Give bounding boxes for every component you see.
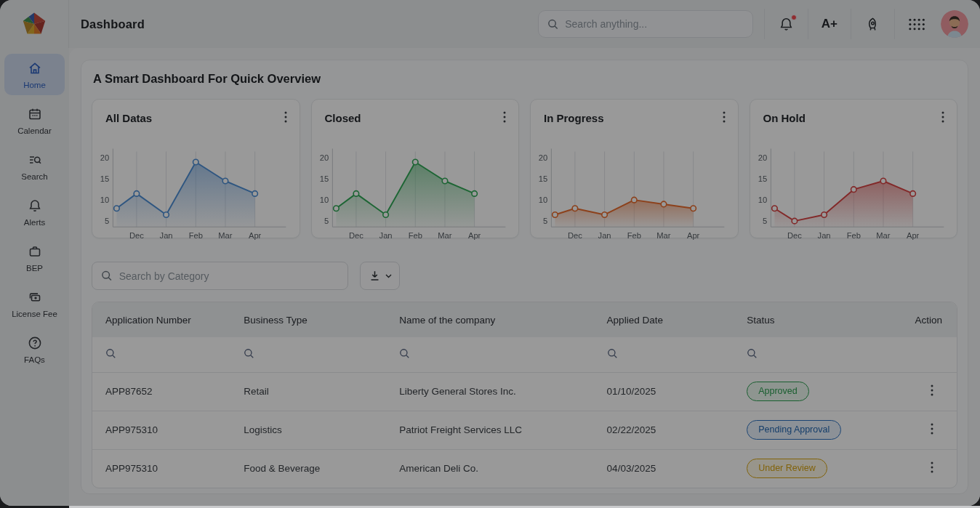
category-search[interactable] [92, 262, 348, 290]
filter-bar [92, 262, 957, 290]
user-avatar[interactable] [941, 10, 968, 38]
divider [851, 9, 851, 39]
svg-text:Feb: Feb [627, 231, 641, 240]
cell-company: Patriot Freight Services LLC [386, 411, 593, 449]
svg-text:Feb: Feb [189, 231, 203, 240]
kebab-icon [503, 111, 506, 123]
avatar-photo [941, 10, 968, 38]
app-logo[interactable] [0, 0, 69, 48]
column-header-action: Action [901, 302, 957, 337]
pentagon-logo-icon [20, 10, 48, 38]
svg-text:10: 10 [100, 195, 109, 204]
search-icon [101, 270, 113, 282]
line-chart-on-hold: DecJanFebMarApr2015105 [750, 127, 957, 242]
table-row: APP87652 Retail Liberty General Stores I… [92, 372, 957, 411]
header-toolbar: A+ [538, 9, 980, 39]
divider [894, 9, 895, 39]
rocket-icon [864, 16, 881, 33]
card-menu-button[interactable] [938, 109, 948, 127]
sidebar-item-license-fee[interactable]: License Fee [4, 283, 65, 324]
line-chart-closed: DecJanFebMarApr2015105 [312, 127, 519, 242]
chart-card-title: In Progress [544, 112, 604, 124]
global-search[interactable] [538, 10, 753, 38]
svg-text:Apr: Apr [249, 231, 262, 240]
svg-text:Feb: Feb [408, 231, 422, 240]
sidebar-item-label: FAQs [24, 355, 45, 364]
svg-text:Jan: Jan [379, 231, 392, 240]
sidebar-item-home[interactable]: Home [4, 54, 65, 95]
column-header-status[interactable]: Status [734, 302, 900, 337]
sidebar-item-label: License Fee [12, 310, 57, 318]
cell-business-type: Food & Beverage [230, 449, 386, 488]
column-header-application-number[interactable]: Application Number [92, 302, 230, 337]
app-window: Dashboard A+ [0, 0, 980, 506]
column-header-company-name[interactable]: Name of the company [386, 302, 593, 337]
table-row: APP975310 Logistics Patriot Freight Serv… [92, 411, 957, 449]
banknote-icon [27, 289, 43, 305]
apps-grid-button[interactable] [906, 15, 928, 33]
line-chart-all-datas: DecJanFebMarApr2015105 [92, 127, 300, 242]
kebab-icon [931, 461, 933, 473]
card-menu-button[interactable] [719, 109, 729, 127]
row-actions-button[interactable] [928, 383, 936, 400]
filter-business-type[interactable] [230, 337, 386, 372]
app-header: Dashboard A+ [0, 0, 980, 48]
svg-text:5: 5 [324, 217, 329, 225]
column-header-business-type[interactable]: Business Type [230, 302, 386, 337]
svg-text:20: 20 [100, 153, 109, 162]
filter-status[interactable] [734, 337, 900, 372]
sidebar-item-search[interactable]: Search [4, 145, 65, 187]
filter-company-name[interactable] [386, 337, 593, 372]
svg-text:15: 15 [539, 174, 547, 183]
sidebar-item-calendar[interactable]: Calendar [4, 100, 65, 141]
svg-text:10: 10 [319, 195, 328, 204]
cell-business-type: Logistics [230, 411, 386, 449]
chevron-down-icon [385, 274, 392, 278]
line-chart-in-progress: DecJanFebMarApr2015105 [531, 127, 738, 242]
kebab-icon [723, 111, 726, 123]
svg-text:20: 20 [539, 153, 547, 162]
calendar-icon [27, 106, 43, 122]
svg-text:5: 5 [543, 217, 547, 225]
briefcase-icon [27, 243, 43, 259]
sidebar-item-alerts[interactable]: Alerts [4, 191, 65, 233]
sidebar-item-faqs[interactable]: FAQs [4, 328, 65, 370]
chart-card-on-hold: On Hold DecJanFebMarApr2015105 [750, 99, 958, 238]
kebab-icon [931, 423, 933, 435]
svg-text:Mar: Mar [876, 231, 891, 240]
row-actions-button[interactable] [928, 422, 936, 438]
sidebar-item-label: Calendar [17, 126, 52, 135]
bell-icon [27, 198, 43, 214]
card-menu-button[interactable] [281, 109, 291, 127]
search-icon [547, 18, 558, 31]
filter-applied-date[interactable] [594, 337, 734, 372]
cell-company: American Deli Co. [386, 449, 593, 488]
category-search-input[interactable] [119, 270, 339, 282]
divider [764, 9, 765, 39]
chart-card-all-datas: All Datas DecJanFebMarApr2015105 [92, 99, 300, 238]
svg-text:Apr: Apr [687, 231, 700, 240]
divider [808, 9, 808, 39]
cell-application-number: APP87652 [92, 372, 230, 411]
search-icon [105, 348, 116, 359]
svg-text:5: 5 [763, 217, 767, 225]
search-list-icon [27, 152, 43, 168]
launcher-button[interactable] [862, 14, 883, 35]
svg-text:Jan: Jan [598, 231, 611, 240]
cell-application-number: APP975310 [92, 449, 230, 488]
chart-card-title: On Hold [763, 112, 806, 124]
filter-application-number[interactable] [92, 337, 230, 372]
column-header-applied-date[interactable]: Applied Date [594, 302, 734, 337]
card-menu-button[interactable] [499, 109, 510, 127]
download-button[interactable] [360, 262, 400, 290]
kebab-icon [941, 111, 944, 123]
svg-text:15: 15 [100, 174, 109, 183]
font-size-button[interactable]: A+ [819, 15, 840, 33]
row-actions-button[interactable] [928, 460, 936, 477]
sidebar-item-bep[interactable]: BEP [4, 237, 65, 278]
notifications-button[interactable] [776, 14, 797, 35]
kebab-icon [931, 384, 933, 396]
global-search-input[interactable] [565, 18, 744, 30]
svg-text:Mar: Mar [438, 231, 452, 240]
search-icon [244, 348, 254, 359]
